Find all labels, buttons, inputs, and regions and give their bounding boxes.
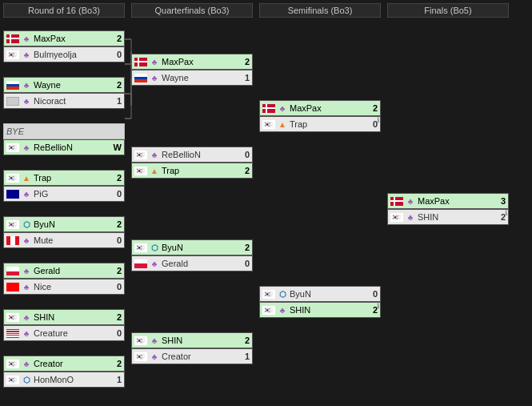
sf-m2-p1: 🇰🇷 ⬡ ByuN 0 bbox=[259, 286, 381, 302]
flag-kr: 🇰🇷 bbox=[390, 213, 403, 222]
player-name: ByuN bbox=[290, 289, 368, 299]
flag-kr: 🇰🇷 bbox=[262, 120, 275, 129]
ro16-m3-p2: 🇰🇷 ♣ ReBellioN W bbox=[3, 139, 125, 155]
player-name: Trap bbox=[162, 166, 240, 175]
player-score: 0 bbox=[112, 282, 122, 291]
ro16-match-4: 🇰🇷 ▲ Trap 2 ♣ PiG 0 bbox=[3, 170, 125, 202]
player-score: W bbox=[112, 143, 122, 152]
ro16-match-6: ♣ Gerald 2 ♣ Nice 0 bbox=[3, 263, 125, 295]
qf-column: ♣ MaxPax 2 ♣ Wayne 1 🇰🇷 ♣ bbox=[131, 24, 253, 394]
bracket-container: Round of 16 (Bo3) Quarterfinals (Bo3) Se… bbox=[0, 0, 532, 406]
ro16-m5-p2: ♣ Mute 0 bbox=[3, 232, 125, 248]
player-name: BYE bbox=[6, 127, 122, 136]
player-name: MaxPax bbox=[162, 57, 240, 66]
player-score: 2 bbox=[368, 103, 378, 113]
race-z: ♣ bbox=[21, 328, 32, 339]
ro16-match-2: ♣ Wayne 2 ♣ Nicoract 1 bbox=[3, 77, 125, 109]
race-p: ▲ bbox=[149, 165, 160, 176]
qf-header: Quarterfinals (Bo3) bbox=[131, 3, 253, 18]
flag-pe bbox=[6, 236, 19, 245]
qf-match-1: ♣ MaxPax 2 ♣ Wayne 1 bbox=[131, 54, 253, 86]
flag-kr: 🇰🇷 bbox=[6, 143, 19, 152]
race-z: ♣ bbox=[21, 188, 32, 199]
race-z: ♣ bbox=[21, 312, 32, 323]
ro16-m6-p2: ♣ Nice 0 bbox=[3, 279, 125, 295]
player-name: Wayne bbox=[34, 80, 112, 90]
flag-dk bbox=[6, 34, 19, 43]
ro16-m7-p1: 🇰🇷 ♣ SHIN 2 bbox=[3, 309, 125, 325]
ro16-m8-p1: 🇰🇷 ♣ Creator 2 bbox=[3, 356, 125, 372]
flag-kr: 🇰🇷 bbox=[134, 336, 147, 345]
player-score: 0 bbox=[240, 259, 250, 268]
player-name: MaxPax bbox=[418, 196, 496, 206]
qf-m4-p1: 🇰🇷 ♣ SHIN 2 bbox=[131, 332, 253, 348]
race-t: ⬡ bbox=[277, 288, 288, 299]
ro16-m3-bye: BYE bbox=[3, 123, 125, 139]
race-z: ♣ bbox=[149, 258, 160, 269]
ro16-match-8: 🇰🇷 ♣ Creator 2 🇰🇷 ⬡ HonMonO 1 bbox=[3, 356, 125, 388]
info-icon-finals[interactable]: ℹ bbox=[505, 209, 507, 217]
race-z: ♣ bbox=[149, 149, 160, 160]
qf-sf-gap bbox=[253, 24, 259, 394]
ro16-m4-p1: 🇰🇷 ▲ Trap 2 bbox=[3, 170, 125, 186]
ro16-m4-p2: ♣ PiG 0 bbox=[3, 186, 125, 202]
info-icon-sf2[interactable]: ℹ bbox=[377, 302, 379, 310]
race-z: ♣ bbox=[21, 49, 32, 60]
sf-column: ♣ MaxPax 2 🇰🇷 ▲ Trap 0 ℹ 🇰🇷 bbox=[259, 24, 381, 394]
flag-au bbox=[6, 190, 19, 199]
player-name: HonMonO bbox=[34, 375, 112, 384]
player-name: ByuN bbox=[162, 243, 240, 252]
race-z: ♣ bbox=[21, 142, 32, 153]
flag-us bbox=[6, 329, 19, 338]
player-name: MaxPax bbox=[34, 34, 112, 43]
race-z: ♣ bbox=[405, 195, 416, 207]
finals-column: ♣ MaxPax 3 🇰🇷 ♣ SHIN 2 ℹ bbox=[387, 24, 509, 394]
flag-dk bbox=[134, 58, 147, 66]
qf-m4-p2: 🇰🇷 ♣ Creator 1 bbox=[131, 348, 253, 364]
player-score: 0 bbox=[240, 150, 250, 159]
player-score: 2 bbox=[240, 243, 250, 252]
connector-lines-1 bbox=[125, 24, 131, 394]
player-name: Trap bbox=[34, 173, 112, 183]
flag-kr: 🇰🇷 bbox=[134, 167, 147, 175]
qf-m2-p1: 🇰🇷 ♣ ReBellioN 0 bbox=[131, 147, 253, 163]
player-score: 2 bbox=[112, 173, 122, 183]
race-z: ♣ bbox=[277, 304, 288, 316]
player-score: 2 bbox=[240, 57, 250, 66]
player-score: 1 bbox=[112, 96, 122, 106]
player-score: 3 bbox=[496, 196, 506, 206]
flag-blank bbox=[6, 97, 19, 106]
qf-match-3: 🇰🇷 ⬡ ByuN 2 ♣ Gerald 0 bbox=[131, 239, 253, 271]
flag-kr: 🇰🇷 bbox=[6, 50, 19, 59]
player-score: 2 bbox=[112, 34, 122, 43]
flag-ru bbox=[6, 81, 19, 90]
flag-dk bbox=[262, 104, 275, 113]
player-name: ReBellioN bbox=[162, 150, 240, 159]
flag-ru bbox=[134, 74, 147, 82]
finals-p1: ♣ MaxPax 3 bbox=[387, 193, 509, 209]
player-score: 2 bbox=[112, 219, 122, 229]
player-name: Creator bbox=[162, 352, 240, 361]
flag-tw bbox=[6, 283, 19, 291]
race-z: ♣ bbox=[21, 358, 32, 369]
ro16-match-1: ♣ MaxPax 2 🇰🇷 ♣ Bulmyeolja 0 bbox=[3, 30, 125, 62]
sf-m1-p2: 🇰🇷 ▲ Trap 0 bbox=[259, 116, 381, 132]
player-name: MaxPax bbox=[290, 103, 368, 113]
player-name: SHIN bbox=[290, 305, 368, 315]
info-icon-sf1[interactable]: ℹ bbox=[377, 116, 379, 124]
flag-kr: 🇰🇷 bbox=[6, 360, 19, 368]
qf-m3-p2: ♣ Gerald 0 bbox=[131, 255, 253, 271]
player-name: ByuN bbox=[34, 219, 112, 229]
ro16-match-3: BYE 🇰🇷 ♣ ReBellioN W bbox=[3, 123, 125, 155]
player-name: SHIN bbox=[162, 336, 240, 345]
player-score: 0 bbox=[112, 189, 122, 199]
race-z: ♣ bbox=[149, 72, 160, 83]
player-name: Nice bbox=[34, 282, 112, 291]
flag-pl bbox=[134, 259, 147, 268]
race-z: ♣ bbox=[149, 351, 160, 362]
player-score: 2 bbox=[112, 80, 122, 90]
sf-finals-gap bbox=[381, 24, 387, 394]
player-name: Nicoract bbox=[34, 96, 112, 106]
player-name: Bulmyeolja bbox=[34, 50, 112, 59]
race-z: ♣ bbox=[21, 79, 32, 90]
